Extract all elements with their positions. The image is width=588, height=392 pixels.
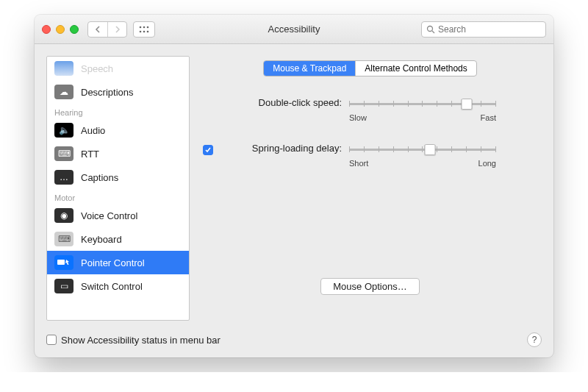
- pointer-control-icon: [54, 255, 74, 270]
- spring-loading-checkbox[interactable]: [203, 145, 213, 155]
- sidebar-item-voice-control[interactable]: ◉ Voice Control: [47, 204, 189, 227]
- content-pane: Mouse & Trackpad Alternate Control Metho…: [198, 56, 542, 321]
- sidebar-item-label: Speech: [81, 63, 113, 74]
- sidebar-item-label: Pointer Control: [81, 257, 145, 268]
- sidebar-item-speech[interactable]: Speech: [47, 57, 189, 80]
- sidebar-item-label: Keyboard: [81, 234, 122, 245]
- help-button[interactable]: ?: [527, 332, 542, 347]
- search-icon: [426, 25, 435, 34]
- sidebar-item-captions[interactable]: … Captions: [47, 165, 189, 189]
- sidebar-item-descriptions[interactable]: ☁ Descriptions: [47, 80, 189, 104]
- close-icon[interactable]: [42, 25, 51, 34]
- slider-min-label: Slow: [349, 113, 367, 122]
- switch-control-icon: ▭: [54, 279, 74, 293]
- sidebar-item-pointer-control[interactable]: Pointer Control: [47, 251, 189, 274]
- forward-button[interactable]: [107, 22, 126, 37]
- show-status-checkbox[interactable]: [46, 335, 57, 345]
- sidebar-item-label: Descriptions: [81, 87, 134, 98]
- slider-thumb[interactable]: [462, 99, 473, 110]
- audio-icon: 🔈: [54, 123, 74, 138]
- slider-thumb[interactable]: [425, 144, 436, 155]
- spring-loading-delay-label: Spring-loading delay:: [213, 143, 342, 154]
- keyboard-icon: ⌨: [54, 232, 74, 246]
- back-button[interactable]: [88, 22, 107, 37]
- sidebar-item-keyboard[interactable]: ⌨ Keyboard: [47, 227, 189, 251]
- voice-control-icon: ◉: [54, 208, 74, 223]
- sidebar-item-label: Audio: [81, 125, 105, 136]
- svg-point-1: [143, 26, 146, 28]
- sidebar-item-label: Switch Control: [81, 281, 143, 292]
- descriptions-icon: ☁: [54, 85, 74, 99]
- sidebar-section-motor: Motor: [47, 189, 189, 204]
- double-click-speed-slider[interactable]: [349, 97, 496, 110]
- slider-min-label: Short: [349, 159, 368, 168]
- sidebar: Speech ☁ Descriptions Hearing 🔈 Audio ⌨ …: [46, 56, 190, 321]
- footer: Show Accessibility status in menu bar ?: [35, 327, 553, 357]
- slider-max-label: Fast: [481, 113, 496, 122]
- svg-point-5: [147, 30, 149, 32]
- svg-point-6: [428, 26, 433, 31]
- svg-rect-8: [57, 260, 65, 265]
- sidebar-item-audio[interactable]: 🔈 Audio: [47, 118, 189, 142]
- search-input[interactable]: [438, 24, 541, 35]
- minimize-icon[interactable]: [56, 25, 65, 34]
- nav-back-forward: [87, 21, 127, 38]
- search-field[interactable]: [421, 21, 546, 38]
- svg-point-3: [140, 30, 142, 32]
- sidebar-item-label: RTT: [81, 149, 99, 160]
- tab-alternate-control-methods[interactable]: Alternate Control Methods: [355, 61, 476, 76]
- row-spring-loading-delay: Spring-loading delay: Short Long: [198, 143, 542, 168]
- show-status-label: Show Accessibility status in menu bar: [61, 335, 220, 346]
- show-all-button[interactable]: [133, 21, 155, 38]
- zoom-icon[interactable]: [70, 25, 79, 34]
- accessibility-window: Accessibility Speech ☁ Descriptions Hear…: [35, 15, 553, 357]
- sidebar-item-label: Voice Control: [81, 210, 137, 221]
- sidebar-item-switch-control[interactable]: ▭ Switch Control: [47, 274, 189, 298]
- sidebar-scroll[interactable]: Speech ☁ Descriptions Hearing 🔈 Audio ⌨ …: [47, 57, 189, 320]
- svg-point-2: [147, 26, 149, 28]
- check-icon: [204, 146, 212, 154]
- titlebar: Accessibility: [35, 15, 553, 44]
- rtt-icon: ⌨: [54, 146, 74, 161]
- svg-point-4: [143, 30, 146, 32]
- tab-mouse-trackpad[interactable]: Mouse & Trackpad: [264, 61, 355, 76]
- sidebar-section-hearing: Hearing: [47, 104, 189, 118]
- double-click-speed-label: Double-click speed:: [213, 97, 342, 108]
- spring-loading-delay-slider[interactable]: [349, 143, 496, 156]
- window-controls: [42, 25, 79, 34]
- sidebar-item-rtt[interactable]: ⌨ RTT: [47, 142, 189, 165]
- sidebar-item-label: Captions: [81, 172, 118, 183]
- svg-line-7: [432, 31, 434, 33]
- slider-max-label: Long: [478, 159, 496, 168]
- speech-icon: [54, 61, 74, 76]
- grid-icon: [139, 26, 149, 33]
- tab-bar: Mouse & Trackpad Alternate Control Metho…: [198, 60, 542, 76]
- svg-point-0: [140, 26, 142, 28]
- row-double-click-speed: Double-click speed: Slow Fast: [198, 97, 542, 122]
- mouse-options-button[interactable]: Mouse Options…: [320, 278, 419, 295]
- captions-icon: …: [54, 170, 74, 185]
